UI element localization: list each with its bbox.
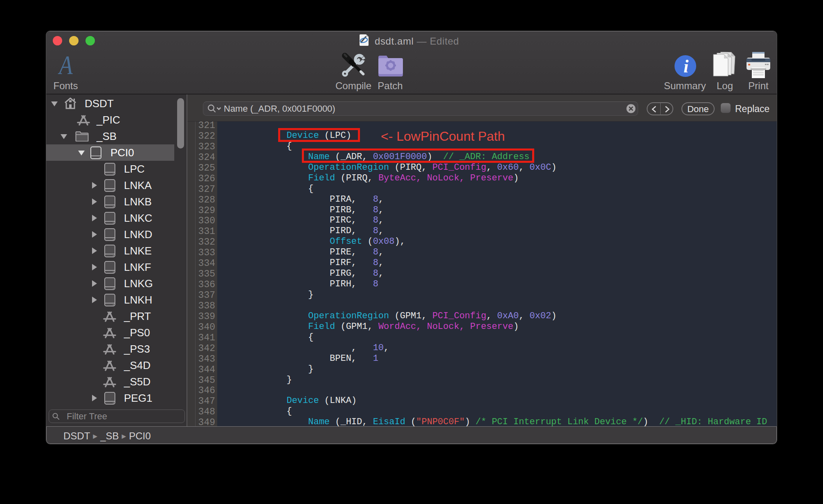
svg-text:i: i — [684, 56, 689, 76]
